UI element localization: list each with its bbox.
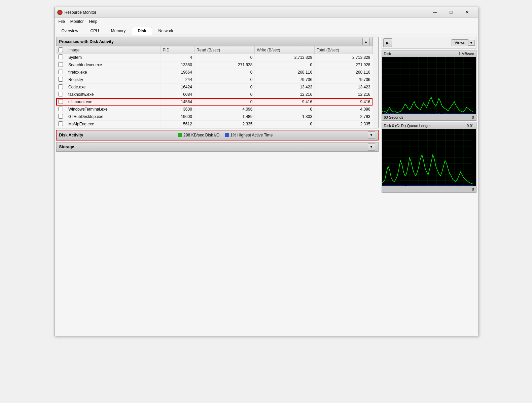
row-write: 79.736 (255, 76, 315, 83)
row-write: 13.423 (255, 83, 315, 91)
row-checkbox-cell[interactable] (56, 54, 66, 61)
disk-graph: Disk 1 MB/sec 60 Seconds 0 (382, 50, 476, 121)
processes-header[interactable]: Processes with Disk Activity ▲ (56, 37, 373, 46)
row-checkbox[interactable] (58, 77, 63, 82)
table-row[interactable]: Registry 244 0 79.736 79.736 (56, 76, 373, 83)
active-label: 1% Highest Active Time (230, 133, 273, 137)
table-row[interactable]: taskhostw.exe 6084 0 12.216 12.216 (56, 91, 373, 98)
row-checkbox[interactable] (58, 107, 63, 111)
title-bar-left: Resource Monitor (57, 10, 97, 15)
right-panel-header: ▶ Views ▼ (382, 37, 476, 49)
row-image: firefox.exe (66, 69, 161, 76)
tab-network[interactable]: Network (153, 27, 179, 35)
row-checkbox-cell[interactable] (56, 120, 66, 128)
row-checkbox[interactable] (58, 54, 63, 59)
row-checkbox-cell[interactable] (56, 76, 66, 83)
row-checkbox-cell[interactable] (56, 91, 66, 98)
storage-title: Storage (59, 145, 74, 149)
row-image: Code.exe (66, 83, 161, 91)
maximize-button[interactable]: □ (444, 8, 459, 17)
row-write: 9.416 (255, 98, 315, 106)
row-image: GitHubDesktop.exe (66, 113, 161, 120)
row-checkbox-cell[interactable] (56, 69, 66, 76)
disk-activity-collapse-btn[interactable]: ▼ (368, 131, 375, 139)
row-checkbox-cell[interactable] (56, 106, 66, 113)
processes-scrollbar[interactable] (373, 37, 378, 128)
app-icon (57, 10, 63, 15)
queue-graph-value: 0 (472, 187, 474, 191)
active-color-box (225, 133, 229, 137)
select-all-checkbox[interactable] (58, 47, 63, 52)
table-row[interactable]: GitHubDesktop.exe 19600 1.489 1.303 2.79… (56, 113, 373, 120)
row-write: 268.116 (255, 69, 315, 76)
io-label: 298 KB/sec Disk I/O (183, 133, 219, 137)
row-pid: 14564 (161, 98, 194, 106)
row-checkbox[interactable] (58, 84, 63, 89)
window-title: Resource Monitor (65, 10, 97, 15)
col-image[interactable]: Image (66, 46, 161, 54)
row-read: 0 (194, 54, 255, 61)
io-stat: 298 KB/sec Disk I/O (178, 133, 219, 137)
views-label: Views (452, 39, 468, 46)
col-read[interactable]: Read (B/sec) (194, 46, 255, 54)
table-row[interactable]: Code.exe 16424 0 13.423 13.423 (56, 83, 373, 91)
close-button[interactable]: ✕ (460, 8, 475, 17)
row-checkbox[interactable] (58, 121, 63, 126)
row-pid: 19600 (161, 113, 194, 120)
disk-graph-footer: 60 Seconds 0 (382, 114, 476, 120)
col-write[interactable]: Write (B/sec) (255, 46, 315, 54)
disk-activity-section: Disk Activity 298 KB/sec Disk I/O 1% Hig… (56, 130, 379, 140)
row-read: 4.096 (194, 106, 255, 113)
menu-monitor[interactable]: Monitor (68, 18, 86, 25)
tab-disk[interactable]: Disk (132, 27, 152, 35)
table-row[interactable]: System 4 0 2,713.329 2,713.329 (56, 54, 373, 61)
row-checkbox-cell[interactable] (56, 98, 66, 106)
main-content: Processes with Disk Activity ▲ Image PID… (55, 35, 478, 336)
col-checkbox (56, 46, 66, 54)
row-image: Registry (66, 76, 161, 83)
row-checkbox[interactable] (58, 114, 63, 119)
table-row[interactable]: firefox.exe 19664 0 268.116 268.116 (56, 69, 373, 76)
row-checkbox[interactable] (58, 92, 63, 96)
table-row[interactable]: SearchIndexer.exe 13380 271.928 0 271.92… (56, 61, 373, 69)
col-pid[interactable]: PID (161, 46, 194, 54)
menu-bar: File Monitor Help (55, 18, 478, 25)
disk-graph-canvas (382, 57, 473, 114)
table-row[interactable]: MsMpEng.exe 5612 2.335 0 2.335 (56, 120, 373, 128)
storage-header[interactable]: Storage ▼ (56, 142, 378, 152)
disk-activity-header[interactable]: Disk Activity 298 KB/sec Disk I/O 1% Hig… (57, 130, 378, 140)
minimize-button[interactable]: — (427, 8, 443, 17)
disk-time-label: 60 Seconds (384, 115, 403, 119)
row-total: 9.416 (315, 98, 373, 106)
menu-file[interactable]: File (56, 18, 68, 25)
processes-table-container[interactable]: Image PID Read (B/sec) Write (B/sec) Tot… (56, 46, 373, 128)
queue-graph-header: Disk 0 (C: D:) Queue Length 0.01 (382, 122, 476, 129)
table-row[interactable]: sfsmount.exe 14564 0 9.416 9.416 (56, 98, 373, 106)
tab-memory[interactable]: Memory (105, 27, 131, 35)
row-checkbox[interactable] (58, 70, 63, 74)
row-total: 12.216 (315, 91, 373, 98)
row-total: 4.096 (315, 106, 373, 113)
views-button[interactable]: Views ▼ (452, 39, 475, 46)
disk-activity-info: 298 KB/sec Disk I/O 1% Highest Active Ti… (178, 133, 273, 137)
row-pid: 13380 (161, 61, 194, 69)
row-image: MsMpEng.exe (66, 120, 161, 128)
tab-cpu[interactable]: CPU (85, 27, 105, 35)
play-button[interactable]: ▶ (383, 38, 392, 47)
col-total[interactable]: Total (B/sec) (315, 46, 373, 54)
processes-collapse-btn[interactable]: ▲ (362, 38, 370, 45)
disk-graph-scale: 1 MB/sec (459, 52, 474, 56)
storage-collapse-btn[interactable]: ▼ (368, 143, 375, 151)
disk-activity-title: Disk Activity (59, 133, 83, 137)
row-checkbox-cell[interactable] (56, 61, 66, 69)
tab-overview[interactable]: Overview (56, 27, 84, 35)
views-arrow-icon[interactable]: ▼ (468, 40, 475, 46)
row-read: 0 (194, 76, 255, 83)
row-checkbox[interactable] (58, 99, 63, 104)
row-checkbox[interactable] (58, 62, 63, 67)
row-checkbox-cell[interactable] (56, 83, 66, 91)
row-checkbox-cell[interactable] (56, 113, 66, 120)
table-row[interactable]: WindowsTerminal.exe 3600 4.096 0 4.096 (56, 106, 373, 113)
row-read: 0 (194, 91, 255, 98)
menu-help[interactable]: Help (86, 18, 100, 25)
